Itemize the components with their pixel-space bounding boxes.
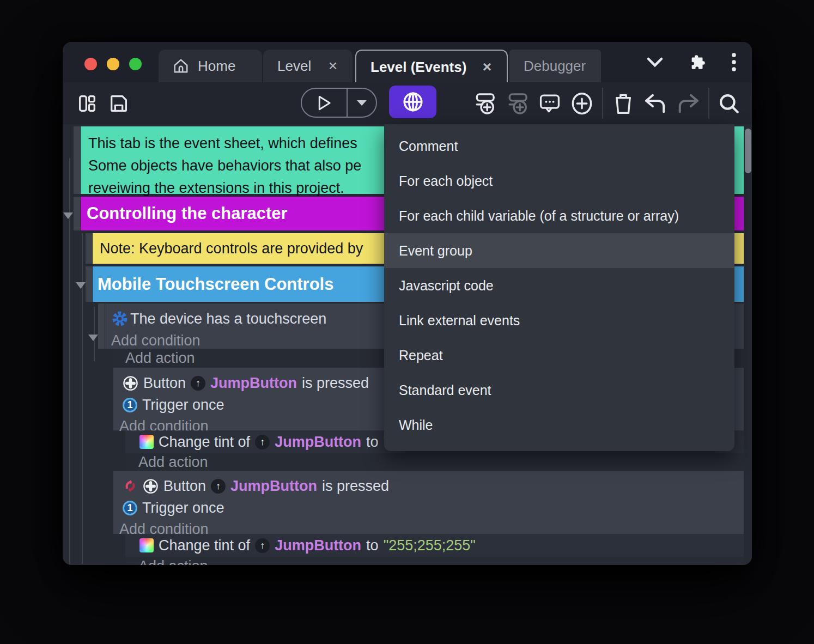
note-text: Note: Keyboard controls are provided by [100, 240, 363, 257]
trash-icon[interactable] [610, 82, 636, 124]
trigger-once-icon: 1 [123, 398, 137, 412]
block-handle[interactable] [86, 266, 92, 302]
collapse-arrow-icon[interactable] [76, 282, 86, 289]
layout-panels-icon[interactable] [75, 82, 100, 124]
block-handle[interactable] [98, 303, 105, 349]
condition-text: Trigger once [142, 500, 224, 517]
object-name: JumpButton [230, 478, 317, 495]
collapse-arrow-icon[interactable] [63, 212, 73, 219]
menu-item-repeat[interactable]: Repeat [384, 338, 734, 373]
tree-guide-line [94, 307, 95, 361]
add-event-icon[interactable] [469, 82, 500, 124]
add-comment-icon[interactable] [534, 82, 565, 124]
close-tab-icon[interactable]: × [327, 58, 338, 74]
condition-text: is pressed [302, 375, 369, 392]
tabbar-actions [645, 52, 737, 72]
menu-item-standard-event[interactable]: Standard event [384, 373, 734, 408]
tab-debugger-label: Debugger [524, 58, 586, 75]
trigger-once-icon: 1 [123, 501, 137, 515]
condition-text: Button [163, 478, 206, 495]
preview-split-button [301, 88, 377, 118]
tab-level-label: Level [277, 58, 311, 75]
save-icon[interactable] [106, 82, 131, 124]
add-event-context-menu: Comment For each object For each child v… [384, 124, 734, 451]
add-action-link[interactable]: Add action [125, 557, 744, 565]
button-object-icon [123, 375, 138, 391]
jumpbutton-object-icon: ↑ [191, 376, 205, 391]
action-row[interactable]: Change tint of ↑ JumpButton to "255;255;… [125, 534, 744, 557]
window-controls [84, 58, 142, 70]
toolbar-divider [708, 88, 709, 119]
object-name: JumpButton [275, 434, 361, 451]
menu-item-link-external-events[interactable]: Link external events [384, 303, 734, 338]
globe-icon [402, 90, 424, 113]
tab-home-label: Home [198, 58, 235, 75]
condition-row[interactable]: Button ↑ JumpButton is pressed [113, 471, 744, 497]
collapse-arrow-icon[interactable] [88, 335, 98, 341]
block-handle[interactable] [74, 126, 80, 194]
extensions-puzzle-icon[interactable] [689, 53, 707, 71]
tab-debugger[interactable]: Debugger [509, 50, 601, 82]
menu-item-javascript-code[interactable]: Javascript code [384, 268, 734, 303]
block-handle[interactable] [74, 197, 80, 230]
desktop-background: Home Level × Level (Events) × Debugger [0, 0, 814, 644]
tint-color-icon [139, 435, 154, 449]
add-circle-icon[interactable] [568, 82, 596, 124]
vertical-scrollbar[interactable] [745, 129, 751, 173]
group-title: Controlling the character [87, 204, 288, 223]
red-cycle-arrows-icon [123, 478, 138, 494]
menu-item-event-group[interactable]: Event group [384, 233, 734, 268]
jumpbutton-object-icon: ↑ [255, 435, 270, 449]
condition-text: is pressed [322, 478, 389, 495]
menu-item-for-each-object[interactable]: For each object [384, 163, 734, 198]
tab-level-events-label: Level (Events) [370, 59, 466, 76]
search-icon[interactable] [715, 82, 743, 124]
event-block[interactable]: Button ↑ JumpButton is pressed 1 Trigger… [113, 471, 744, 534]
condition-row[interactable]: 1 Trigger once [113, 497, 744, 519]
app-window: Home Level × Level (Events) × Debugger [63, 42, 752, 565]
home-icon [173, 58, 189, 74]
close-tab-icon[interactable]: × [482, 59, 493, 75]
chevron-down-icon[interactable] [645, 56, 665, 69]
undo-icon[interactable] [642, 82, 669, 124]
play-button[interactable] [302, 89, 347, 117]
touch-gear-icon [112, 311, 128, 327]
group-title: Mobile Touchscreen Controls [98, 275, 333, 294]
jumpbutton-object-icon: ↑ [211, 479, 226, 494]
condition-text: Button [143, 375, 186, 392]
block-handle[interactable] [86, 233, 92, 264]
zoom-window-button[interactable] [129, 58, 142, 70]
button-object-icon [143, 478, 159, 494]
condition-text: Trigger once [142, 397, 224, 414]
object-name: JumpButton [275, 537, 361, 554]
condition-text: The device has a touchscreen [130, 311, 326, 327]
tab-bar: Home Level × Level (Events) × Debugger [63, 42, 752, 82]
jumpbutton-object-icon: ↑ [255, 538, 270, 553]
close-window-button[interactable] [84, 58, 97, 70]
add-action-link[interactable]: Add action [125, 453, 744, 471]
tab-level-events[interactable]: Level (Events) × [355, 50, 508, 83]
browse-globe-button[interactable] [389, 86, 436, 118]
kebab-menu-icon[interactable] [731, 52, 737, 72]
add-subevent-icon[interactable] [502, 82, 532, 124]
play-dropdown-button[interactable] [348, 89, 376, 117]
toolbar-divider [602, 88, 603, 119]
tab-home[interactable]: Home [159, 50, 262, 82]
object-name: JumpButton [210, 375, 297, 392]
tint-color-icon [139, 538, 154, 552]
menu-item-while[interactable]: While [384, 408, 734, 442]
menu-item-comment[interactable]: Comment [384, 129, 734, 163]
toolbar [63, 82, 752, 124]
redo-icon[interactable] [675, 82, 702, 124]
minimize-window-button[interactable] [107, 58, 119, 70]
tab-level[interactable]: Level × [263, 50, 353, 82]
menu-item-for-each-child-variable[interactable]: For each child variable (of a structure … [384, 198, 734, 233]
action-parameter: "255;255;255" [384, 537, 476, 554]
